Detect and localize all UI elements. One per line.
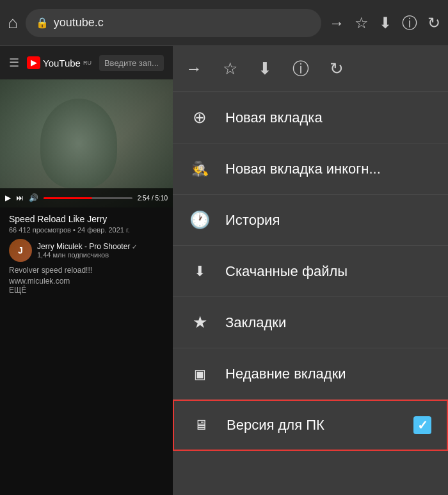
url-text: youtube.c (54, 16, 311, 29)
search-placeholder: Введите зап... (104, 58, 159, 68)
progress-fill (44, 197, 92, 199)
star-icon[interactable]: ☆ (355, 14, 369, 32)
lock-icon: 🔒 (36, 17, 49, 29)
desktop-version-checkbox[interactable]: ✓ (413, 416, 431, 434)
recent-tabs-label: Недавние вкладки (225, 366, 433, 382)
browser-bar: ⌂ 🔒 youtube.c → ☆ ⬇ ⓘ ↻ (0, 0, 448, 46)
menu-item-recent-tabs[interactable]: ▣ Недавние вкладки (173, 348, 448, 400)
menu-item-history[interactable]: 🕐 История (173, 195, 448, 246)
menu-item-bookmarks[interactable]: ★ Закладки (173, 297, 448, 348)
menu-item-desktop-version[interactable]: 🖥 Версия для ПК ✓ (173, 400, 448, 451)
video-controls[interactable]: ▶ ⏭ 🔊 2:54 / 5:10 (0, 188, 173, 207)
hamburger-icon[interactable]: ☰ (9, 56, 19, 70)
dropdown-download-icon[interactable]: ⬇ (258, 59, 272, 79)
video-description: Revolver speed reload!!! (9, 266, 164, 275)
youtube-logo-text: YouTube (43, 58, 81, 69)
video-link[interactable]: www.miculek.com (9, 277, 164, 286)
recent-tabs-icon: ▣ (188, 366, 211, 382)
youtube-topbar: ☰ ▶ YouTubeRU Введите зап... (0, 46, 173, 79)
menu-items-list: ⊕ Новая вкладка 🕵 Новая вкладка инкогн..… (173, 92, 448, 495)
browser-action-icons: → ☆ ⬇ ⓘ ↻ (329, 13, 440, 33)
history-label: История (225, 212, 433, 229)
menu-item-new-tab[interactable]: ⊕ Новая вкладка (173, 92, 448, 143)
forward-icon[interactable]: → (329, 14, 344, 32)
home-icon[interactable]: ⌂ (8, 13, 18, 33)
menu-item-incognito[interactable]: 🕵 Новая вкладка инкогн... (173, 143, 448, 195)
downloads-label: Скачанные файлы (225, 263, 433, 280)
incognito-icon: 🕵 (188, 161, 211, 177)
dropdown-menu: → ☆ ⬇ ⓘ ↻ ⊕ Новая вкладка 🕵 Новая вкладк… (173, 46, 448, 495)
dropdown-topbar: → ☆ ⬇ ⓘ ↻ (173, 46, 448, 92)
skip-icon[interactable]: ⏭ (16, 193, 24, 202)
incognito-label: Новая вкладка инкогн... (225, 161, 433, 177)
downloads-icon: ⬇ (188, 263, 211, 280)
video-thumbnail[interactable]: ▶ ⏭ 🔊 2:54 / 5:10 (0, 79, 173, 207)
progress-bar[interactable] (44, 197, 132, 199)
page-content: ☰ ▶ YouTubeRU Введите зап... ▶ ⏭ 🔊 2:54 … (0, 46, 173, 495)
desktop-version-icon: 🖥 (189, 417, 212, 434)
more-text[interactable]: ЕЩЁ (9, 286, 164, 295)
new-tab-icon: ⊕ (188, 108, 211, 127)
play-icon[interactable]: ▶ (5, 193, 11, 202)
dropdown-refresh-icon[interactable]: ↻ (330, 59, 344, 79)
url-bar[interactable]: 🔒 youtube.c (26, 9, 321, 37)
dropdown-forward-icon[interactable]: → (186, 59, 202, 79)
new-tab-label: Новая вкладка (225, 110, 433, 126)
channel-info: Jerry Miculek - Pro Shooter ✓ 1,44 млн п… (37, 242, 164, 259)
youtube-logo-sup: RU (83, 60, 92, 66)
download-icon[interactable]: ⬇ (379, 14, 392, 32)
menu-item-downloads[interactable]: ⬇ Скачанные файлы (173, 246, 448, 297)
info-icon[interactable]: ⓘ (402, 13, 417, 33)
youtube-search[interactable]: Введите зап... (99, 55, 164, 71)
video-title: Speed Reload Like Jerry (9, 214, 164, 224)
youtube-logo-icon: ▶ (27, 56, 40, 69)
video-person (40, 99, 117, 188)
video-meta: 66 412 просмотров • 24 февр. 2021 г. (9, 226, 164, 234)
channel-row: J Jerry Miculek - Pro Shooter ✓ 1,44 млн… (9, 239, 164, 262)
check-icon: ✓ (417, 418, 428, 433)
bookmarks-label: Закладки (225, 314, 433, 331)
dropdown-info-icon[interactable]: ⓘ (292, 58, 309, 80)
desktop-version-label: Версия для ПК (227, 417, 399, 434)
youtube-logo: ▶ YouTubeRU (27, 56, 92, 69)
verified-icon: ✓ (132, 243, 137, 250)
history-icon: 🕐 (188, 210, 211, 230)
refresh-icon[interactable]: ↻ (428, 14, 440, 32)
bookmarks-icon: ★ (188, 312, 211, 332)
volume-icon[interactable]: 🔊 (29, 193, 38, 202)
video-info: Speed Reload Like Jerry 66 412 просмотро… (0, 207, 173, 301)
video-time: 2:54 / 5:10 (138, 195, 168, 202)
channel-subs: 1,44 млн подписчиков (37, 251, 164, 259)
dropdown-star-icon[interactable]: ☆ (223, 59, 237, 79)
channel-avatar: J (9, 239, 32, 262)
channel-name: Jerry Miculek - Pro Shooter ✓ (37, 242, 164, 251)
